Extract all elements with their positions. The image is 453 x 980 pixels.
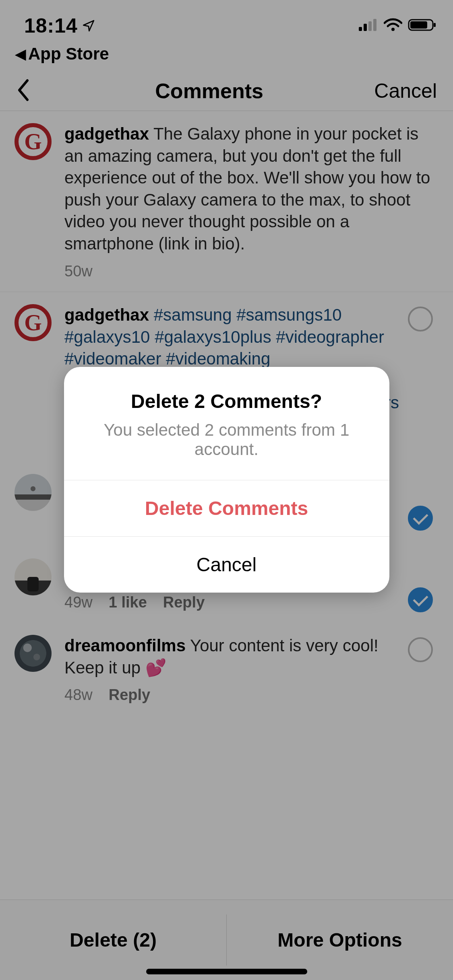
modal-delete-button[interactable]: Delete Comments	[64, 480, 389, 536]
modal-title: Delete 2 Comments?	[80, 390, 373, 412]
home-indicator[interactable]	[146, 969, 307, 974]
modal-header: Delete 2 Comments? You selected 2 commen…	[64, 367, 389, 480]
confirm-modal: Delete 2 Comments? You selected 2 commen…	[64, 367, 389, 593]
modal-subtitle: You selected 2 comments from 1 account.	[80, 420, 373, 459]
modal-cancel-button[interactable]: Cancel	[64, 536, 389, 593]
screen: 18:14	[0, 0, 453, 980]
